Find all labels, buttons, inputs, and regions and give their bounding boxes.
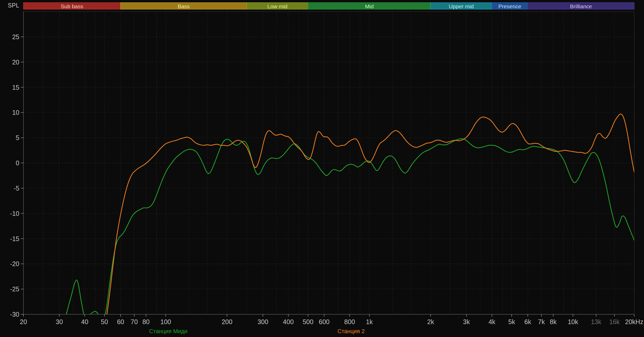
y-tick-label: -15 [10, 235, 19, 242]
y-tick-label: -5 [14, 185, 19, 192]
band-label-low-mid: Low mid [267, 3, 287, 9]
x-tick-label: 800 [344, 318, 355, 325]
band-label-presence: Presence [498, 3, 521, 9]
legend: Станция Миди Станция 2 [0, 328, 644, 336]
frequency-response-chart: SPL Sub bassBassLow midMidUpper midPrese… [0, 0, 644, 337]
x-tick-label: 8k [550, 318, 557, 325]
legend-item-green-series[interactable]: Станция Миди [149, 328, 188, 335]
x-tick-label: 20kHz [625, 318, 643, 325]
y-tick-label: 20 [12, 59, 19, 66]
band-label-upper-mid: Upper mid [449, 3, 474, 9]
x-tick-label: 80 [142, 318, 150, 325]
y-tick-label: 5 [16, 134, 19, 141]
x-tick-label: 100 [160, 318, 171, 325]
y-tick-label: 10 [12, 109, 19, 116]
legend-item-orange-series[interactable]: Станция 2 [337, 328, 365, 335]
x-tick-label: 500 [303, 318, 313, 325]
bands-layer: Sub bassBassLow midMidUpper midPresenceB… [23, 3, 634, 9]
x-tick-label: 3k [463, 318, 470, 325]
x-tick-label: 200 [222, 318, 232, 325]
tick-layer: 2520151050-5-10-15-20-25-302030405060708… [10, 33, 643, 325]
x-tick-label: 6k [524, 318, 531, 325]
y-tick-label: -30 [10, 311, 19, 318]
x-tick-label: 600 [319, 318, 330, 325]
band-label-brilliance: Brilliance [570, 3, 592, 9]
x-tick-label: 50 [101, 318, 108, 325]
y-tick-label: -25 [10, 285, 19, 293]
x-tick-label: 7k [538, 318, 545, 325]
x-tick-label: 13k [591, 318, 601, 325]
band-label-mid: Mid [365, 3, 374, 9]
x-tick-label: 4k [488, 318, 495, 325]
plot-svg: Sub bassBassLow midMidUpper midPresenceB… [0, 0, 644, 337]
x-tick-label: 2k [427, 318, 434, 325]
band-label-sub-bass: Sub bass [61, 3, 83, 9]
x-tick-label: 30 [56, 318, 63, 325]
y-tick-label: -20 [10, 260, 19, 267]
y-tick-label: 15 [12, 84, 19, 91]
x-tick-label: 40 [81, 318, 88, 325]
grid-layer [23, 12, 634, 314]
x-tick-label: 1k [366, 318, 373, 325]
x-tick-label: 400 [283, 318, 294, 325]
curve-orange [106, 114, 634, 319]
x-tick-label: 16k [609, 318, 620, 325]
x-tick-label: 300 [258, 318, 268, 325]
y-tick-label: -10 [10, 210, 19, 217]
y-tick-label: 25 [12, 33, 19, 40]
x-tick-label: 60 [117, 318, 124, 325]
band-label-bass: Bass [178, 3, 190, 9]
x-tick-label: 10k [568, 318, 578, 325]
y-tick-label: 0 [16, 159, 19, 167]
x-tick-label: 5k [508, 318, 515, 325]
x-tick-label: 20 [20, 318, 27, 325]
x-tick-label: 70 [131, 318, 138, 325]
